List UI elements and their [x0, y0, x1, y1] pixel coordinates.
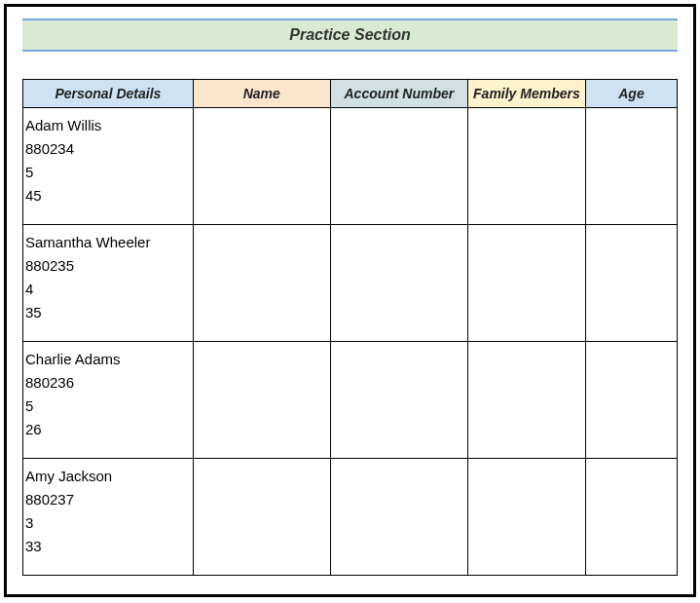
cell-age[interactable]: [585, 459, 677, 576]
cell-family[interactable]: [467, 225, 585, 342]
title-bar: Practice Section: [22, 19, 678, 52]
cell-name[interactable]: [193, 225, 330, 342]
cell-family[interactable]: [467, 342, 585, 459]
personal-account: 880235: [25, 254, 189, 278]
cell-family[interactable]: [467, 459, 585, 576]
cell-account[interactable]: [330, 342, 467, 459]
cell-family[interactable]: [467, 108, 585, 225]
cell-age[interactable]: [585, 225, 677, 342]
personal-family: 5: [25, 395, 189, 418]
table-row: Charlie Adams 880236 5 26: [23, 342, 678, 459]
cell-personal[interactable]: Amy Jackson 880237 3 33: [23, 459, 194, 576]
cell-age[interactable]: [585, 342, 677, 459]
header-family: Family Members: [467, 80, 585, 108]
cell-personal[interactable]: Adam Willis 880234 5 45: [23, 108, 194, 225]
header-name: Name: [193, 80, 330, 108]
personal-family: 3: [25, 511, 189, 535]
personal-name: Amy Jackson: [25, 465, 189, 488]
personal-age: 33: [25, 535, 189, 558]
document-frame: Practice Section Personal Details Name A…: [4, 4, 696, 597]
personal-name: Adam Willis: [25, 114, 189, 137]
practice-table: Personal Details Name Account Number Fam…: [22, 79, 678, 576]
personal-age: 45: [25, 184, 189, 207]
cell-personal[interactable]: Charlie Adams 880236 5 26: [23, 342, 194, 459]
personal-account: 880234: [25, 137, 189, 161]
cell-account[interactable]: [330, 225, 467, 342]
cell-account[interactable]: [330, 108, 467, 225]
personal-age: 35: [25, 301, 189, 324]
personal-name: Charlie Adams: [25, 348, 189, 371]
cell-name[interactable]: [193, 459, 330, 576]
personal-account: 880237: [25, 488, 189, 511]
personal-age: 26: [25, 418, 189, 441]
cell-name[interactable]: [193, 342, 330, 459]
cell-name[interactable]: [193, 108, 330, 225]
table-row: Amy Jackson 880237 3 33: [23, 459, 678, 576]
cell-age[interactable]: [585, 108, 677, 225]
table-row: Adam Willis 880234 5 45: [23, 108, 678, 225]
personal-family: 4: [25, 278, 189, 301]
personal-family: 5: [25, 161, 189, 184]
table-row: Samantha Wheeler 880235 4 35: [23, 225, 678, 342]
header-personal: Personal Details: [23, 80, 194, 108]
title-text: Practice Section: [289, 26, 411, 43]
header-row: Personal Details Name Account Number Fam…: [23, 80, 678, 108]
cell-account[interactable]: [330, 459, 467, 576]
cell-personal[interactable]: Samantha Wheeler 880235 4 35: [23, 225, 194, 342]
header-account: Account Number: [330, 80, 467, 108]
personal-name: Samantha Wheeler: [25, 231, 189, 254]
personal-account: 880236: [25, 371, 189, 395]
header-age: Age: [585, 80, 677, 108]
